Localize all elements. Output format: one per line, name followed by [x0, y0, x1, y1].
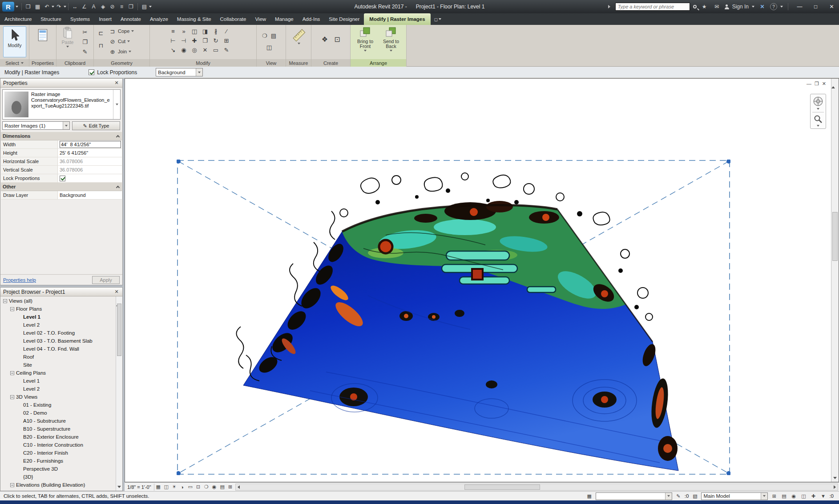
override-graphics-icon[interactable]: ▤: [268, 31, 279, 40]
revit-application-button[interactable]: R: [2, 2, 14, 12]
send-to-back-button[interactable]: Send to Back: [379, 27, 403, 52]
default-3d-view-icon[interactable]: ◈: [98, 2, 108, 11]
offset-icon[interactable]: »: [178, 27, 189, 36]
mirror-pick-icon[interactable]: ◨: [200, 27, 210, 36]
lock-proportions-property-checkbox[interactable]: [60, 176, 65, 181]
detail-level-icon[interactable]: ▦: [154, 484, 162, 491]
tab-structure[interactable]: Structure: [36, 13, 66, 25]
properties-close-icon[interactable]: ✕: [113, 80, 120, 86]
undo-icon[interactable]: ↶: [42, 2, 52, 11]
trim-extend-multiple-icon[interactable]: ⊣: [178, 36, 189, 45]
tree-item-c20-interior-finish[interactable]: C20 - Interior Finish: [1, 449, 115, 457]
measure-icon[interactable]: ↔: [70, 2, 80, 11]
section-icon[interactable]: ⊘: [108, 2, 117, 11]
zoom-caret-icon[interactable]: [817, 125, 819, 127]
tree-item-level-04-fnd-wall[interactable]: Level 04 - T.O. Fnd. Wall: [1, 345, 115, 353]
rotate-icon[interactable]: ↻: [210, 36, 221, 45]
reveal-hidden-elements-icon[interactable]: ◉: [210, 484, 218, 491]
tree-item-c10-interior-construction[interactable]: C10 - Interior Construction: [1, 441, 115, 449]
worksets-combo-button[interactable]: [665, 493, 672, 500]
tab-site-designer[interactable]: Site Designer: [324, 13, 364, 25]
raster-image-selection[interactable]: [177, 160, 730, 475]
join-geometry-button[interactable]: ⊕ Join: [109, 47, 131, 56]
favorites-icon[interactable]: ★: [700, 2, 709, 11]
align-icon[interactable]: ≡: [168, 27, 178, 36]
tree-item-views-all[interactable]: Views (all): [1, 297, 115, 305]
tree-item-ceiling-level-2[interactable]: Level 2: [1, 385, 115, 393]
aligned-dimension-icon[interactable]: ∠: [80, 2, 89, 11]
scroll-left-icon[interactable]: [238, 485, 240, 489]
temporary-view-properties-icon[interactable]: ▤: [218, 484, 226, 491]
properties-filter-combo[interactable]: Raster Images (1): [2, 121, 70, 130]
tree-item-01-existing[interactable]: 01 - Existing: [1, 401, 115, 409]
sign-in-caret-icon[interactable]: [752, 6, 754, 8]
worksets-combo[interactable]: [596, 492, 672, 500]
project-browser-header[interactable]: Project Browser - Project1 ✕: [0, 288, 122, 296]
copy-to-clipboard-icon[interactable]: ❐: [80, 37, 90, 47]
paste-button[interactable]: Paste: [58, 27, 77, 48]
tab-insert[interactable]: Insert: [94, 13, 116, 25]
horizontal-scrollbar-thumb[interactable]: [464, 484, 540, 490]
ribbon-display-toggle[interactable]: ◻: [434, 13, 441, 25]
split-with-gap-icon[interactable]: ⁄: [221, 27, 232, 36]
scroll-down-icon[interactable]: [833, 477, 837, 479]
view-minimize-icon[interactable]: —: [807, 81, 811, 87]
tab-analyze[interactable]: Analyze: [145, 13, 173, 25]
scale-icon[interactable]: ↘: [168, 45, 178, 55]
paint-icon[interactable]: ✎: [221, 45, 232, 55]
tab-collaborate[interactable]: Collaborate: [216, 13, 251, 25]
help-icon[interactable]: ?: [770, 3, 777, 10]
tree-item-perspective-3d[interactable]: Perspective 3D: [1, 465, 115, 473]
tree-expander-icon[interactable]: [10, 483, 14, 487]
select-underlay-icon[interactable]: ▤: [780, 492, 787, 500]
project-browser-scrollbar[interactable]: [116, 296, 122, 491]
modify-button[interactable]: Modify: [3, 26, 26, 57]
type-selector[interactable]: Raster image ConservatoryofFlowers_Eleva…: [2, 89, 121, 120]
infocenter-collapse-icon[interactable]: [608, 5, 610, 8]
drawing-area[interactable]: — ❐ ✕: [125, 78, 839, 482]
lock-proportions-checkbox[interactable]: [89, 69, 94, 75]
crop-view-icon[interactable]: ▭: [186, 484, 194, 491]
tree-item-b20-exterior-enclosure[interactable]: B20 - Exterior Enclosure: [1, 433, 115, 441]
tree-item-02-demo[interactable]: 02 - Demo: [1, 409, 115, 417]
zoom-icon[interactable]: [814, 115, 823, 124]
vertical-scrollbar[interactable]: [831, 79, 839, 482]
create-group-icon[interactable]: ❖: [319, 35, 330, 44]
window-minimize-button[interactable]: —: [793, 0, 806, 13]
section-collapse-icon[interactable]: [116, 185, 120, 189]
search-icon[interactable]: [693, 5, 697, 8]
edit-type-button[interactable]: ✎ Edit Type: [72, 121, 120, 130]
tree-item-level-02-footing[interactable]: Level 02 - T.O. Footing: [1, 329, 115, 337]
tree-item-level-2[interactable]: Level 2: [1, 321, 115, 329]
project-browser-close-icon[interactable]: ✕: [113, 289, 120, 295]
temporary-hide-isolate-icon[interactable]: ❍: [202, 484, 210, 491]
tab-modify-raster-images[interactable]: Modify | Raster Images: [364, 13, 430, 25]
editable-only-icon[interactable]: ✎: [675, 492, 682, 500]
tree-expander-icon[interactable]: [10, 307, 14, 311]
unpin-icon[interactable]: ◎: [189, 45, 200, 55]
delete-icon[interactable]: ✕: [200, 45, 210, 55]
mirror-axis-icon[interactable]: ◫: [189, 27, 200, 36]
raster-image[interactable]: [236, 173, 678, 471]
worksharing-display-icon[interactable]: ⊞: [226, 484, 234, 491]
steering-wheel-icon[interactable]: [813, 96, 823, 107]
worksets-icon[interactable]: ▦: [586, 492, 593, 500]
visual-style-icon[interactable]: ◫: [162, 484, 170, 491]
cut-icon[interactable]: ✂: [80, 28, 90, 37]
tree-item-a10-substructure[interactable]: A10 - Substructure: [1, 417, 115, 425]
pin-icon[interactable]: ◉: [178, 45, 189, 55]
qat-customize-caret-icon[interactable]: [149, 6, 152, 8]
view-close-icon[interactable]: ✕: [822, 81, 826, 87]
properties-palette-header[interactable]: Properties ✕: [0, 79, 122, 88]
tree-expander-icon[interactable]: [10, 395, 14, 399]
shadows-icon[interactable]: ◑: [178, 484, 186, 491]
tree-item-e20-furnishings[interactable]: E20 - Furnishings: [1, 457, 115, 465]
tab-annotate[interactable]: Annotate: [116, 13, 145, 25]
filter-icon[interactable]: ▼: [819, 492, 827, 500]
properties-filter-button[interactable]: [63, 122, 69, 129]
window-close-button[interactable]: ✕: [825, 0, 838, 13]
window-maximize-button[interactable]: □: [809, 0, 822, 13]
match-type-icon[interactable]: ✎: [80, 47, 90, 56]
application-menu-caret-icon[interactable]: [16, 6, 18, 8]
design-options-combo[interactable]: Main Model: [701, 492, 768, 500]
